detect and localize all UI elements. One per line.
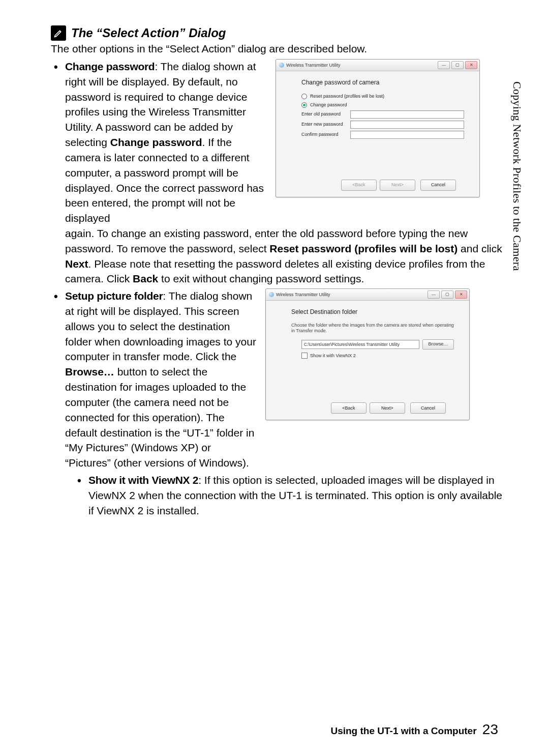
viewnx-checkbox[interactable] xyxy=(301,353,308,359)
window-title: Wireless Transmitter Utility xyxy=(286,62,341,69)
confirm-password-row: Confirm password xyxy=(301,131,464,139)
pencil-icon xyxy=(51,25,66,41)
minimize-icon[interactable]: — xyxy=(428,290,440,299)
page-footer: Using the UT-1 with a Computer 23 xyxy=(330,721,498,738)
next-button[interactable]: Next> xyxy=(380,180,415,191)
intro-text: The other options in the “Select Action”… xyxy=(51,43,508,55)
label: Show it with ViewNX 2 xyxy=(88,474,198,486)
chapter-side-tab: Copying Network Profiles to the Camera xyxy=(510,81,524,271)
titlebar: Wireless Transmitter Utility — ▢ ✕ xyxy=(276,60,479,71)
change-password-dialog: Wireless Transmitter Utility — ▢ ✕ Chang… xyxy=(276,59,480,197)
bullet-setup-folder: Setup picture folder: The dialog shown a… xyxy=(51,288,508,518)
select-destination-dialog: Wireless Transmitter Utility — ▢ ✕ Selec… xyxy=(265,288,470,420)
bold-inline: Change password xyxy=(110,136,202,148)
titlebar: Wireless Transmitter Utility — ▢ ✕ xyxy=(266,289,469,301)
text: and click xyxy=(458,243,502,254)
label: Change password xyxy=(65,61,155,72)
section-title-text: The “Select Action” Dialog xyxy=(71,26,226,40)
text: to exit without changing password settin… xyxy=(158,273,364,284)
maximize-icon[interactable]: ▢ xyxy=(441,290,453,299)
back-button[interactable]: <Back xyxy=(331,402,367,414)
text: button to select the destination for ima… xyxy=(65,366,254,469)
footer-text: Using the UT-1 with a Computer xyxy=(330,725,476,736)
window-title: Wireless Transmitter Utility xyxy=(276,292,330,298)
cancel-button[interactable]: Cancel xyxy=(420,180,456,191)
text: . If the camera is later connected to a … xyxy=(65,136,264,224)
new-password-row: Enter new password xyxy=(301,121,464,129)
browse-button[interactable]: Browse… xyxy=(422,339,454,350)
bullet-viewnx: Show it with ViewNX 2: If this option is… xyxy=(75,473,508,518)
next-button[interactable]: Next> xyxy=(370,402,405,414)
bold-back: Back xyxy=(133,273,158,284)
minimize-icon[interactable]: — xyxy=(438,61,450,69)
dialog-heading: Select Destination folder xyxy=(291,308,454,316)
bold-reset: Reset password (profiles will be lost) xyxy=(269,243,458,254)
page-number: 23 xyxy=(482,721,498,737)
label: Setup picture folder xyxy=(65,290,163,302)
bold-next: Next xyxy=(65,258,88,270)
text: : The dialog shown at right will be disp… xyxy=(65,61,256,148)
dialog-desc: Choose the folder where the images from … xyxy=(291,323,454,334)
cancel-button[interactable]: Cancel xyxy=(410,402,446,414)
radio-reset-password[interactable]: Reset password (profiles will be lost) xyxy=(301,93,464,100)
destination-path-input[interactable]: C:\Users\user\Pictures\Wireless Transmit… xyxy=(301,340,419,349)
section-title: The “Select Action” Dialog xyxy=(51,25,508,41)
old-password-row: Enter old password xyxy=(301,110,464,119)
app-icon xyxy=(279,63,284,68)
old-password-input[interactable] xyxy=(350,110,464,119)
app-icon xyxy=(269,292,274,297)
bullet-change-password: Change password: The dialog shown at rig… xyxy=(51,59,508,286)
dialog-heading: Change password of camera xyxy=(301,78,464,87)
close-icon[interactable]: ✕ xyxy=(465,61,477,69)
bold-browse: Browse… xyxy=(65,366,114,377)
radio-change-password[interactable]: Change password xyxy=(301,102,464,108)
maximize-icon[interactable]: ▢ xyxy=(451,61,464,69)
confirm-password-input[interactable] xyxy=(350,131,464,139)
back-button[interactable]: <Back xyxy=(341,180,377,191)
viewnx-checkbox-row[interactable]: Show it with ViewNX 2 xyxy=(301,353,454,359)
new-password-input[interactable] xyxy=(350,121,464,129)
close-icon[interactable]: ✕ xyxy=(455,290,467,299)
